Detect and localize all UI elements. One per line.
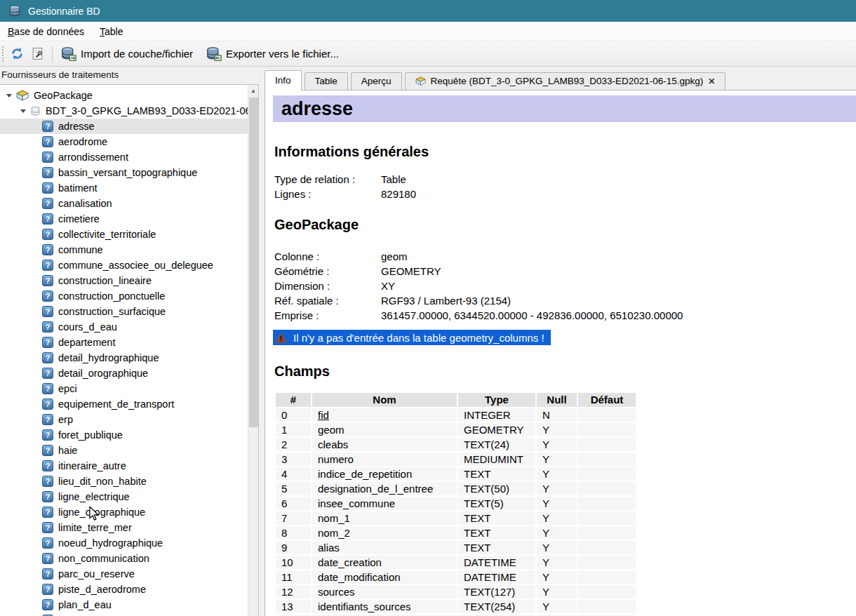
database-file-icon [30, 106, 41, 116]
unknown-geometry-icon: ? [42, 213, 53, 225]
close-tab-icon[interactable]: ✕ [708, 77, 715, 86]
info-label: Type de relation : [274, 172, 381, 187]
geopackage-info-list: Colonne :geomGéométrie :GEOMETRYDimensio… [274, 249, 856, 323]
tree-item-bassin_versant_topographique[interactable]: ?bassin_versant_topographique [0, 165, 248, 180]
tree-item-construction_surfacique[interactable]: ?construction_surfacique [0, 304, 248, 319]
field-cell: 2 [276, 438, 311, 451]
tree-item-noeud_hydrographique[interactable]: ?noeud_hydrographique [0, 535, 248, 551]
unknown-geometry-icon: ? [42, 368, 53, 379]
tree-item-parc_ou_reserve[interactable]: ?parc_ou_reserve [0, 566, 248, 582]
field-cell: cleabs [312, 438, 457, 451]
tree-item-ligne_orographique[interactable]: ?ligne_orographique [0, 504, 248, 520]
menu-database[interactable]: Base de données [0, 23, 92, 40]
tree-item-construction_ponctuelle[interactable]: ?construction_ponctuelle [0, 288, 248, 304]
scroll-up-icon[interactable]: ▲ [248, 85, 258, 96]
tree-item-collectivite_territoriale[interactable]: ?collectivite_territoriale [0, 227, 248, 242]
menu-table[interactable]: Table [92, 23, 131, 40]
expand-arrow-icon[interactable] [20, 109, 26, 113]
toolbar-grip[interactable] [1, 46, 5, 62]
field-cell: Y [537, 497, 577, 510]
tab-table[interactable]: Table [305, 72, 348, 90]
tab-query[interactable]: Requête (BDT_3-0_GPKG_LAMB93_D033-ED2021… [405, 72, 726, 90]
field-cell [578, 467, 636, 481]
table-row: 8nom_2TEXTY [276, 526, 636, 540]
tree-item-plan_d_eau[interactable]: ?plan_d_eau [0, 597, 248, 612]
geopackage-icon [415, 76, 426, 86]
tree-item-label: ligne_orographique [58, 507, 145, 518]
field-cell: nom_2 [312, 526, 457, 540]
tree-item-non_communication[interactable]: ?non_communication [0, 551, 248, 566]
tree-item-piste_d_aerodrome[interactable]: ?piste_d_aerodrome [0, 582, 248, 597]
field-cell: TEXT(5) [458, 497, 535, 510]
tree-item-aerodrome[interactable]: ?aerodrome [0, 134, 248, 149]
field-cell: Y [537, 423, 577, 436]
tree-item-haie[interactable]: ?haie [0, 443, 248, 458]
scrollbar-thumb[interactable] [249, 98, 258, 427]
info-row: Type de relation :Table [274, 172, 856, 187]
unknown-geometry-icon: ? [42, 491, 53, 502]
field-cell [578, 497, 636, 510]
sql-window-button[interactable] [27, 45, 48, 62]
toolbar-separator [52, 46, 53, 62]
field-cell [578, 408, 636, 422]
tree-item-geopackage[interactable]: GeoPackage [0, 88, 248, 103]
tree-item-label: cours_d_eau [58, 321, 117, 333]
tree-item-label: adresse [58, 121, 95, 132]
tree-item-construction_lineaire[interactable]: ?construction_lineaire [0, 273, 248, 288]
export-file-button[interactable]: Exporter vers le fichier... [202, 45, 342, 63]
tree-item-label: non_communication [58, 553, 149, 564]
tree-item-commune[interactable]: ?commune [0, 242, 248, 257]
field-cell: TEXT [458, 467, 535, 481]
field-cell [578, 600, 636, 613]
field-cell [578, 438, 636, 451]
tree-item-foret_publique[interactable]: ?foret_publique [0, 427, 248, 443]
tree-item-arrondissement[interactable]: ?arrondissement [0, 149, 248, 165]
tree-item-erp[interactable]: ?erp [0, 412, 248, 427]
tree-item-label: commune_associee_ou_deleguee [58, 260, 213, 271]
tree-item-adresse[interactable]: ?adresse [0, 119, 248, 134]
refresh-button[interactable] [7, 45, 27, 62]
tree-item-detail_hydrographique[interactable]: ?detail_hydrographique [0, 350, 248, 366]
import-layer-button[interactable]: Import de couche/fichier [57, 45, 196, 63]
unknown-geometry-icon: ? [42, 445, 53, 456]
tree-item-label: detail_hydrographique [58, 352, 159, 363]
tree-item-cimetiere[interactable]: ?cimetiere [0, 211, 248, 227]
tree-item-label: batiment [58, 182, 98, 194]
field-cell: sources [312, 585, 457, 598]
tree-item-itineraire_autre[interactable]: ?itineraire_autre [0, 458, 248, 474]
tree-item-cours_d_eau[interactable]: ?cours_d_eau [0, 319, 248, 335]
tree-item-point_de_repere[interactable]: ?point_de_repere [0, 612, 248, 616]
tab-info[interactable]: Info [265, 70, 302, 91]
tree-item-ligne_electrique[interactable]: ?ligne_electrique [0, 489, 248, 504]
info-label: Colonne : [274, 249, 381, 264]
tree-item-canalisation[interactable]: ?canalisation [0, 196, 248, 211]
tree-item-batiment[interactable]: ?batiment [0, 180, 248, 196]
field-cell [578, 570, 636, 584]
field-cell: GEOMETRY [458, 423, 535, 436]
unknown-geometry-icon: ? [42, 152, 53, 163]
tree-scrollbar[interactable]: ▲ [248, 85, 258, 616]
fields-column-header: Type [458, 393, 535, 407]
tree-item-database[interactable]: BDT_3-0_GPKG_LAMB93_D033-ED2021-06... [0, 103, 248, 119]
tree-item-departement[interactable]: ?departement [0, 335, 248, 350]
tree-item-detail_orographique[interactable]: ?detail_orographique [0, 366, 248, 381]
info-label: Dimension : [274, 279, 381, 293]
field-cell: TEXT(24) [458, 438, 535, 451]
tree-item-equipement_de_transport[interactable]: ?equipement_de_transport [0, 396, 248, 412]
tree-item-label: BDT_3-0_GPKG_LAMB93_D033-ED2021-06... [46, 105, 248, 116]
field-cell: date_creation [312, 556, 457, 569]
tree-item-limite_terre_mer[interactable]: ?limite_terre_mer [0, 520, 248, 535]
table-row: 2cleabsTEXT(24)Y [276, 438, 636, 451]
expand-arrow-icon[interactable] [6, 94, 12, 98]
tree-item-lieu_dit_non_habite[interactable]: ?lieu_dit_non_habite [0, 474, 248, 489]
tree-item-commune_associee_ou_deleguee[interactable]: ?commune_associee_ou_deleguee [0, 257, 248, 273]
table-row: 3numeroMEDIUMINTY [276, 453, 636, 466]
tree-item-epci[interactable]: ?epci [0, 381, 248, 396]
field-cell: Y [537, 482, 577, 495]
tree-item-label: parc_ou_reserve [58, 568, 135, 580]
tab-apercu[interactable]: Aperçu [351, 72, 402, 90]
info-label: Réf. spatiale : [274, 293, 381, 308]
info-value: GEOMETRY [381, 264, 441, 279]
primary-key-link[interactable]: fid [312, 408, 457, 422]
info-value: RGF93 / Lambert-93 (2154) [381, 293, 511, 308]
